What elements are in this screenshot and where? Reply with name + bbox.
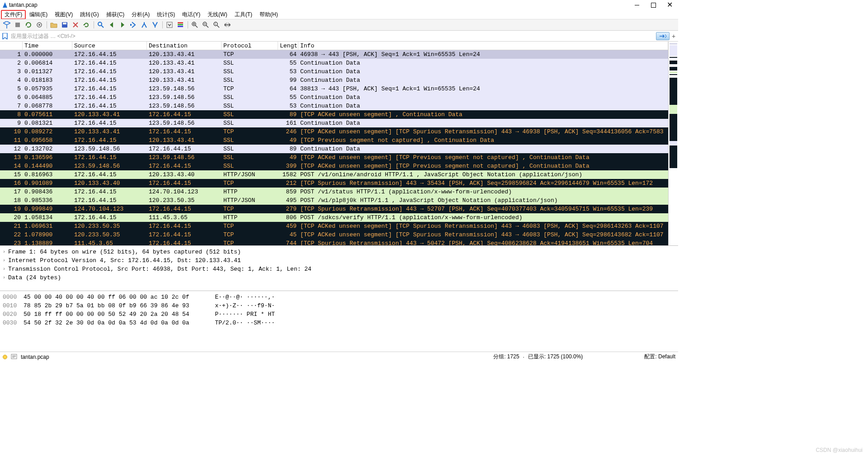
window-title: tantan.pcap — [9, 2, 38, 8]
reload-button[interactable] — [81, 20, 91, 30]
go-next-button[interactable] — [118, 20, 127, 30]
zoom-out-button[interactable] — [201, 20, 211, 30]
minimize-button[interactable] — [634, 2, 640, 8]
menu-capture[interactable]: 捕获(C) — [103, 10, 128, 19]
wireshark-fin-icon — [3, 2, 7, 8]
packet-list-header[interactable]: Time Source Destination Protocol Length … — [0, 42, 668, 50]
stop-capture-button[interactable] — [13, 20, 23, 30]
detail-line[interactable]: Frame 1: 64 bytes on wire (512 bits), 64… — [8, 248, 241, 256]
packet-row[interactable]: 40.018183172.16.44.15120.133.43.41SSL99C… — [0, 76, 668, 85]
menu-telephony[interactable]: 电话(Y) — [179, 10, 204, 19]
status-displayed: 已显示: 1725 (100.0%) — [528, 353, 583, 361]
restart-capture-button[interactable] — [24, 20, 33, 30]
svg-point-5 — [98, 22, 102, 26]
svg-point-2 — [38, 24, 40, 26]
save-file-button[interactable] — [60, 20, 70, 30]
packet-row[interactable]: 211.069631120.233.50.35172.16.44.15TCP45… — [0, 222, 668, 230]
menu-analyze[interactable]: 分析(A) — [128, 10, 153, 19]
svg-rect-8 — [178, 22, 183, 23]
toolbar: 1 — [0, 19, 678, 31]
col-destination[interactable]: Destination — [147, 42, 222, 50]
zoom-reset-button[interactable]: 1 — [212, 20, 222, 30]
status-bar: tantan.pcap 分组: 1725 · 已显示: 1725 (100.0%… — [0, 352, 678, 362]
menu-edit[interactable]: 编辑(E) — [26, 10, 51, 19]
close-button[interactable]: ✕ — [666, 2, 673, 8]
menu-wireless[interactable]: 无线(W) — [204, 10, 231, 19]
capture-comment-icon[interactable] — [11, 354, 17, 360]
packet-row[interactable]: 221.078900120.233.50.35172.16.44.15TCP45… — [0, 230, 668, 239]
maximize-button[interactable] — [650, 2, 656, 8]
menu-help[interactable]: 帮助(H) — [256, 10, 282, 19]
packet-details-pane[interactable]: ›Frame 1: 64 bytes on wire (512 bits), 6… — [0, 246, 678, 291]
go-prev-button[interactable] — [107, 20, 117, 30]
col-time[interactable]: Time — [23, 42, 72, 50]
packet-row[interactable]: 190.999849124.70.104.123172.16.44.15TCP2… — [0, 205, 668, 213]
resize-columns-button[interactable] — [222, 20, 232, 30]
detail-line[interactable]: Data (24 bytes) — [8, 273, 61, 282]
detail-line[interactable]: Transmission Control Protocol, Src Port:… — [8, 265, 311, 273]
start-capture-button[interactable] — [2, 20, 12, 30]
title-bar: tantan.pcap ✕ — [0, 0, 678, 10]
detail-line[interactable]: Internet Protocol Version 4, Src: 172.16… — [8, 256, 241, 265]
col-protocol[interactable]: Protocol — [222, 42, 278, 50]
svg-rect-6 — [130, 24, 132, 26]
packet-row[interactable]: 170.908436172.16.44.15124.70.104.123HTTP… — [0, 188, 668, 196]
colorize-button[interactable] — [175, 20, 185, 30]
packet-row[interactable]: 120.132702123.59.148.56172.16.44.15SSL89… — [0, 145, 668, 153]
expand-icon[interactable]: › — [3, 256, 8, 265]
expert-info-icon[interactable] — [3, 355, 7, 359]
packet-row[interactable]: 70.068778172.16.44.15123.59.148.56SSL53C… — [0, 102, 668, 110]
svg-rect-9 — [178, 24, 183, 25]
zoom-in-button[interactable] — [190, 20, 200, 30]
menu-stats[interactable]: 统计(S) — [153, 10, 179, 19]
menu-tools[interactable]: 工具(T) — [231, 10, 256, 19]
find-button[interactable] — [96, 20, 106, 30]
status-file: tantan.pcap — [21, 354, 49, 360]
menu-go[interactable]: 跳转(G) — [76, 10, 102, 19]
auto-scroll-button[interactable] — [165, 20, 175, 30]
open-file-button[interactable] — [49, 20, 59, 30]
packet-row[interactable]: 231.138889111.45.3.65172.16.44.15TCP744[… — [0, 239, 668, 245]
packet-row[interactable]: 180.985336172.16.44.15120.233.50.35HTTP/… — [0, 196, 668, 205]
menu-file[interactable]: 文件(F) — [1, 10, 26, 19]
packet-row[interactable]: 80.075611120.133.43.41172.16.44.15SSL89[… — [0, 110, 668, 119]
packet-row[interactable]: 201.058134172.16.44.15111.45.3.65HTTP806… — [0, 213, 668, 222]
svg-rect-10 — [178, 26, 183, 27]
filter-bar: + — [0, 31, 678, 42]
add-filter-button[interactable]: + — [670, 33, 677, 40]
packet-row[interactable]: 160.901089120.133.43.40172.16.44.15TCP21… — [0, 179, 668, 188]
packet-row[interactable]: 20.006814172.16.44.15120.133.43.41SSL55C… — [0, 59, 668, 67]
bookmark-filter-icon[interactable] — [1, 32, 9, 40]
menu-view[interactable]: 视图(V) — [51, 10, 76, 19]
packet-row[interactable]: 130.136596172.16.44.15123.59.148.56SSL49… — [0, 153, 668, 162]
expand-icon[interactable]: › — [3, 248, 8, 256]
packet-row[interactable]: 150.816963172.16.44.15120.133.43.40HTTP/… — [0, 170, 668, 179]
col-length[interactable]: Length — [278, 42, 298, 50]
status-profile[interactable]: 配置: Default — [644, 353, 675, 361]
hex-dump-pane[interactable]: 000045 00 00 40 00 00 40 00 ff 06 00 00 … — [0, 291, 678, 352]
packet-row[interactable]: 60.064885172.16.44.15123.59.148.56SSL55C… — [0, 93, 668, 102]
go-last-button[interactable] — [150, 20, 160, 30]
menu-bar: 文件(F) 编辑(E) 视图(V) 跳转(G) 捕获(C) 分析(A) 统计(S… — [0, 10, 678, 19]
col-source[interactable]: Source — [72, 42, 147, 50]
packet-row[interactable]: 100.089272120.133.43.41172.16.44.15TCP24… — [0, 127, 668, 136]
display-filter-input[interactable] — [10, 32, 656, 40]
go-first-button[interactable] — [139, 20, 149, 30]
col-info[interactable]: Info — [298, 42, 668, 50]
packet-row[interactable]: 50.057935172.16.44.15123.59.148.56TCP643… — [0, 85, 668, 93]
close-file-button[interactable] — [71, 20, 80, 30]
filter-expression-button[interactable] — [656, 32, 670, 40]
svg-rect-4 — [63, 23, 66, 24]
expand-icon[interactable]: › — [3, 273, 8, 282]
go-to-packet-button[interactable] — [128, 20, 138, 30]
svg-rect-0 — [15, 23, 20, 27]
packet-row[interactable]: 90.081321172.16.44.15123.59.148.56SSL161… — [0, 119, 668, 127]
packet-row[interactable]: 140.144490123.59.148.56172.16.44.15SSL39… — [0, 162, 668, 170]
packet-row[interactable]: 110.095658172.16.44.15120.133.43.41SSL49… — [0, 136, 668, 145]
packet-row[interactable]: 30.011327172.16.44.15120.133.43.41SSL53C… — [0, 67, 668, 76]
capture-options-button[interactable] — [34, 20, 44, 30]
expand-icon[interactable]: › — [3, 265, 8, 273]
packet-row[interactable]: 10.000000172.16.44.15120.133.43.41TCP644… — [0, 50, 668, 59]
status-packets: 分组: 1725 — [493, 353, 519, 361]
packet-minimap[interactable] — [668, 42, 678, 245]
